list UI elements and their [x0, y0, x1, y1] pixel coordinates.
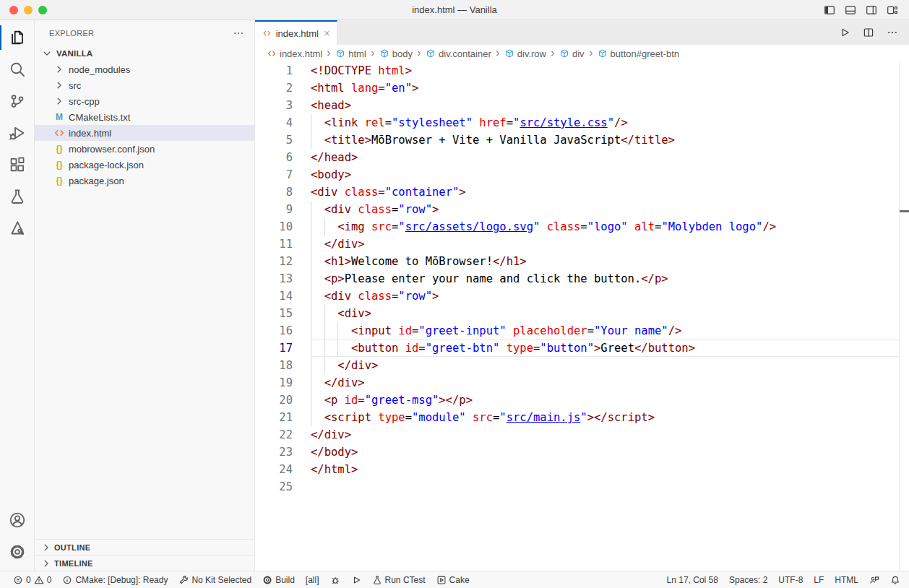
code-line-7[interactable]: <body>: [311, 166, 909, 183]
status-problems[interactable]: 00: [13, 575, 51, 585]
gear-icon: [262, 575, 272, 585]
activity-item-source-control[interactable]: [0, 85, 34, 117]
indent-guide: [311, 340, 311, 357]
status-indentation[interactable]: Spaces: 2: [729, 575, 767, 585]
tree-item-mobrowser-conf-json[interactable]: {}mobrowser.conf.json: [35, 141, 254, 157]
code-line-20[interactable]: <p id="greet-msg"></p>: [311, 392, 909, 409]
code-line-10[interactable]: <img src="src/assets/logo.svg" class="lo…: [311, 218, 909, 235]
breadcrumb-item-div[interactable]: div: [559, 48, 585, 59]
code-line-13[interactable]: <p>Please enter your name and click the …: [311, 270, 909, 287]
minimize-window-button[interactable]: [24, 6, 33, 14]
status-cake[interactable]: Cake: [436, 575, 470, 585]
chevron-right-icon: [40, 558, 52, 569]
zoom-window-button[interactable]: [38, 6, 47, 14]
code-line-21[interactable]: <script type="module" src="src/main.js">…: [311, 409, 909, 426]
code-line-4[interactable]: <link rel="stylesheet" href="src/style.c…: [311, 114, 909, 131]
code-line-1[interactable]: <!DOCTYPE html>: [311, 62, 909, 79]
layout-controls: [824, 4, 909, 16]
code-line-14[interactable]: <div class="row">: [311, 287, 909, 305]
code-line-12[interactable]: <h1>Welcome to MōBrowser!</h1>: [311, 253, 909, 270]
code-line-19[interactable]: </div>: [311, 374, 909, 392]
explorer-more-actions-icon[interactable]: [233, 27, 244, 39]
toggle-secondary-sidebar-icon[interactable]: [866, 4, 877, 16]
status-cmake-status[interactable]: CMake: [Debug]: Ready: [62, 575, 168, 585]
more-actions-icon[interactable]: [887, 27, 898, 38]
code-line-6[interactable]: </head>: [311, 149, 909, 166]
sidebar-sections: OUTLINETIMELINE: [35, 539, 254, 571]
code-line-9[interactable]: <div class="row">: [311, 201, 909, 218]
search-icon: [9, 61, 26, 78]
status-notifications[interactable]: [890, 575, 900, 585]
tree-item-index-html[interactable]: index.html: [35, 125, 254, 141]
activity-item-extensions[interactable]: [0, 149, 34, 181]
tree-item-cmakelists-txt[interactable]: MCMakeLists.txt: [35, 109, 254, 125]
bug-icon: [330, 575, 340, 585]
close-tab-icon[interactable]: [323, 28, 331, 38]
activity-item-search[interactable]: [0, 53, 34, 85]
line-number: 25: [255, 478, 293, 496]
breadcrumb: index.htmlhtmlbodydiv.containerdiv.rowdi…: [255, 45, 909, 62]
status-encoding[interactable]: UTF-8: [778, 575, 803, 585]
status-feedback[interactable]: [869, 575, 879, 585]
close-window-button[interactable]: [9, 6, 18, 14]
breadcrumb-item-button-greet-btn[interactable]: button#greet-btn: [598, 48, 679, 59]
sidebar-explorer: EXPLORER VANILLAnode_modulessrcsrc-cppMC…: [35, 20, 255, 571]
status-cursor-position[interactable]: Ln 17, Col 58: [667, 575, 718, 585]
code-line-15[interactable]: <div>: [311, 305, 909, 322]
error-icon: [13, 575, 23, 585]
status-cmake-debug[interactable]: [330, 575, 340, 585]
code-line-11[interactable]: </div>: [311, 235, 909, 253]
tab-index-html[interactable]: index.html: [255, 20, 337, 45]
overview-ruler-scrollbar[interactable]: [899, 62, 909, 571]
code-line-8[interactable]: <div class="container">: [311, 183, 909, 201]
activity-item-run-and-debug[interactable]: [0, 117, 34, 149]
status-label: Spaces: 2: [729, 575, 767, 585]
code-line-3[interactable]: <head>: [311, 97, 909, 114]
status-run-ctest[interactable]: Run CTest: [372, 575, 426, 585]
code-line-25[interactable]: [311, 478, 909, 496]
tree-item-src-cpp[interactable]: src-cpp: [35, 93, 254, 109]
activity-item-cmake[interactable]: [0, 212, 34, 244]
code-line-5[interactable]: <title>MōBrowser + Vite + Vanilla JavaSc…: [311, 131, 909, 149]
activity-item-accounts[interactable]: [0, 504, 34, 536]
letter-m-icon: M: [53, 111, 65, 123]
status-language-mode[interactable]: HTML: [835, 575, 858, 585]
breadcrumb-item-body[interactable]: body: [379, 48, 413, 59]
status-build-target[interactable]: [all]: [306, 575, 319, 585]
code-line-2[interactable]: <html lang="en">: [311, 79, 909, 97]
tree-item-node-modules[interactable]: node_modules: [35, 61, 254, 77]
activity-item-testing[interactable]: [0, 181, 34, 212]
activity-item-explorer[interactable]: [0, 22, 34, 53]
toggle-primary-sidebar-icon[interactable]: [824, 4, 835, 16]
breadcrumb-item-div-container[interactable]: div.container: [426, 48, 491, 59]
code-line-23[interactable]: </body>: [311, 444, 909, 461]
code-line-18[interactable]: </div>: [311, 357, 909, 374]
tree-root-vanilla[interactable]: VANILLA: [35, 46, 254, 61]
status-cmake-launch[interactable]: [351, 575, 361, 585]
section-timeline[interactable]: TIMELINE: [35, 555, 254, 571]
code-content[interactable]: <!DOCTYPE html><html lang="en"><head> <l…: [311, 62, 909, 571]
status-label: LF: [814, 575, 824, 585]
toggle-panel-icon[interactable]: [845, 4, 856, 16]
breadcrumb-item-index-html[interactable]: index.html: [267, 48, 322, 59]
tree-item-package-lock-json[interactable]: {}package-lock.json: [35, 157, 254, 173]
play-icon: [351, 575, 361, 585]
split-editor-icon[interactable]: [863, 27, 874, 38]
status-bar-right: Ln 17, Col 58Spaces: 2UTF-8LFHTML: [667, 575, 900, 585]
code-line-22[interactable]: </div>: [311, 426, 909, 444]
status-cmake-build[interactable]: Build: [262, 575, 295, 585]
code-line-24[interactable]: </html>: [311, 461, 909, 478]
status-kit-selection[interactable]: No Kit Selected: [178, 575, 251, 585]
status-end-of-line[interactable]: LF: [814, 575, 824, 585]
breadcrumb-item-div-row[interactable]: div.row: [504, 48, 546, 59]
code-line-17[interactable]: <button id="greet-btn" type="button">Gre…: [311, 340, 909, 357]
breadcrumb-item-html[interactable]: html: [335, 48, 366, 59]
tree-item-package-json[interactable]: {}package.json: [35, 173, 254, 189]
customize-layout-icon[interactable]: [887, 4, 898, 16]
section-outline[interactable]: OUTLINE: [35, 539, 254, 555]
run-file-icon[interactable]: [839, 27, 850, 38]
tree-item-src[interactable]: src: [35, 77, 254, 93]
code-line-16[interactable]: <input id="greet-input" placeholder="You…: [311, 322, 909, 340]
activity-item-manage[interactable]: [0, 536, 34, 568]
tools-icon: [178, 575, 189, 585]
